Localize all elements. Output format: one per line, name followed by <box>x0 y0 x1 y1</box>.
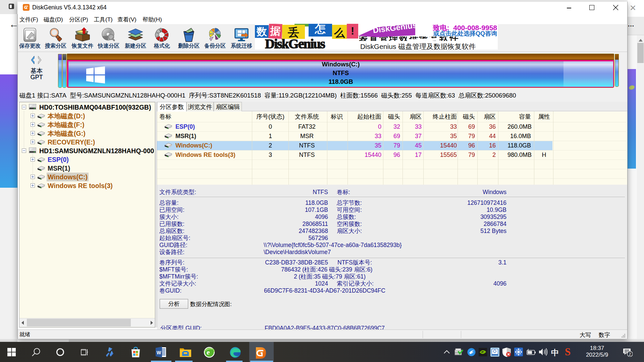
svg-text:2: 2 <box>629 352 631 357</box>
svg-text:W: W <box>157 350 161 355</box>
